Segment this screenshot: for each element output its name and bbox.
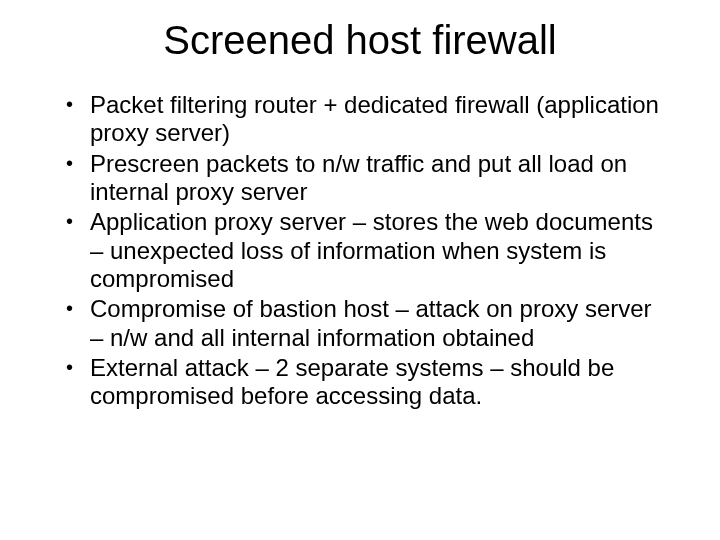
slide: Screened host firewall Packet filtering … <box>0 0 720 540</box>
list-item: External attack – 2 separate systems – s… <box>60 354 660 411</box>
list-item: Packet filtering router + dedicated fire… <box>60 91 660 148</box>
bullet-list: Packet filtering router + dedicated fire… <box>50 91 670 410</box>
list-item: Compromise of bastion host – attack on p… <box>60 295 660 352</box>
list-item: Prescreen packets to n/w traffic and put… <box>60 150 660 207</box>
slide-title: Screened host firewall <box>50 18 670 63</box>
list-item: Application proxy server – stores the we… <box>60 208 660 293</box>
